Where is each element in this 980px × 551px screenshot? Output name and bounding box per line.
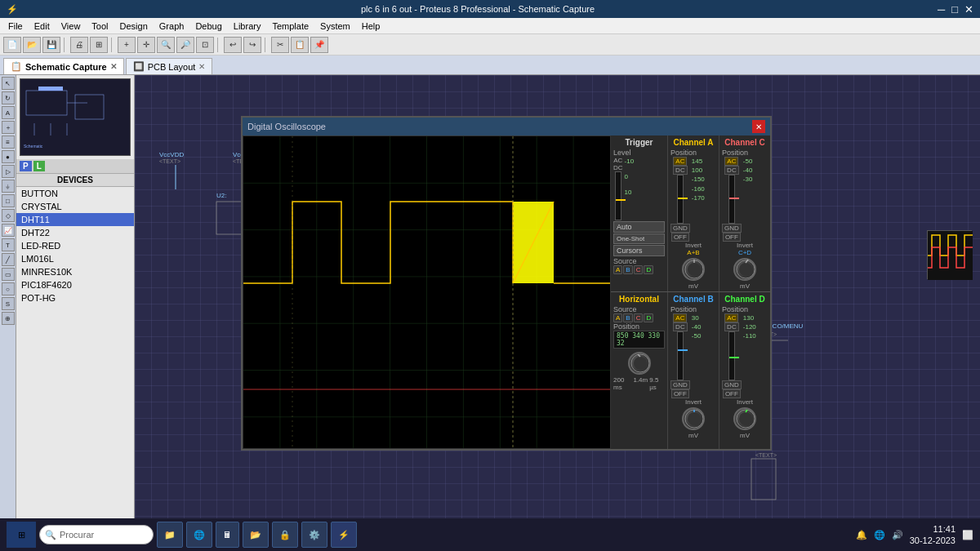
- cursors-btn[interactable]: Cursors: [613, 245, 665, 256]
- cha-off-btn[interactable]: OFF: [671, 233, 689, 242]
- menu-file[interactable]: File: [3, 20, 28, 32]
- horiz-knob[interactable]: [628, 352, 651, 375]
- zoom-in[interactable]: 🔍: [157, 37, 175, 53]
- chb-gnd-btn[interactable]: GND: [670, 380, 690, 389]
- junction-tool[interactable]: ●: [2, 150, 15, 163]
- chd-invert-btn[interactable]: Invert: [722, 398, 768, 406]
- trigger-src-b[interactable]: B: [623, 265, 632, 274]
- menu-help[interactable]: Help: [357, 20, 385, 32]
- pcb-tab-close[interactable]: ✕: [198, 62, 205, 71]
- taskbar-calculator[interactable]: 🖩: [216, 522, 239, 548]
- script-tool[interactable]: S: [2, 297, 15, 310]
- tab-pcb[interactable]: 🔲 PCB Layout ✕: [126, 58, 213, 74]
- chd-knob[interactable]: [733, 407, 756, 430]
- port-tool[interactable]: ▷: [2, 165, 15, 178]
- chb-off-btn[interactable]: OFF: [671, 389, 689, 398]
- cha-knob[interactable]: [682, 258, 705, 281]
- select-tool[interactable]: ↖: [2, 77, 15, 90]
- line-tool[interactable]: ╱: [2, 253, 15, 266]
- canvas-area[interactable]: LCD1LM016L teste dh11 fcv8 T:25.0 H:79.0…: [135, 75, 980, 528]
- add-button[interactable]: +: [118, 37, 136, 53]
- trigger-src-d[interactable]: D: [644, 265, 653, 274]
- device-pot-hg[interactable]: POT-HG: [16, 291, 134, 304]
- auto-mode-btn[interactable]: Auto: [613, 221, 665, 233]
- graph-tool[interactable]: 📈: [2, 224, 15, 237]
- paste-button[interactable]: 📌: [310, 37, 328, 53]
- device-dht22[interactable]: DHT22: [16, 226, 134, 239]
- chb-ac-btn[interactable]: AC: [673, 313, 687, 322]
- taskbar-proteus[interactable]: ⚡: [331, 522, 357, 548]
- osc-close-button[interactable]: ✕: [752, 120, 765, 133]
- cha-ac-btn[interactable]: AC: [673, 157, 687, 166]
- trigger-src-c[interactable]: C: [634, 265, 644, 274]
- start-button[interactable]: ⊞: [7, 522, 36, 548]
- undo-button[interactable]: ↩: [224, 37, 242, 53]
- search-bar[interactable]: 🔍 Procurar: [39, 525, 154, 544]
- menu-system[interactable]: System: [315, 20, 355, 32]
- taskbar-security[interactable]: 🔒: [272, 522, 298, 548]
- cha-gnd-btn[interactable]: GND: [670, 224, 690, 233]
- chb-knob[interactable]: [682, 407, 705, 430]
- bus-tool[interactable]: ≡: [2, 136, 15, 149]
- close-button[interactable]: ✕: [964, 3, 973, 16]
- device-dht11[interactable]: DHT11: [16, 213, 134, 226]
- wire-tool[interactable]: ＋: [2, 121, 15, 134]
- maximize-button[interactable]: □: [951, 3, 958, 16]
- menu-view[interactable]: View: [56, 20, 86, 32]
- menu-graph[interactable]: Graph: [154, 20, 189, 32]
- menu-debug[interactable]: Debug: [190, 20, 226, 32]
- device-pic18f4620[interactable]: PIC18F4620: [16, 278, 134, 291]
- redo-button[interactable]: ↪: [243, 37, 261, 53]
- chc-invert-btn[interactable]: Invert: [722, 242, 768, 249]
- chc-gnd-btn[interactable]: GND: [722, 224, 742, 233]
- chd-off-btn[interactable]: OFF: [723, 389, 741, 398]
- taskbar-browser[interactable]: 🌐: [186, 522, 212, 548]
- horiz-src-c[interactable]: C: [634, 313, 644, 322]
- device-crystal[interactable]: CRYSTAL: [16, 200, 134, 213]
- chc-knob[interactable]: [733, 258, 756, 281]
- zoom-out[interactable]: 🔎: [176, 37, 194, 53]
- taskbar-folder[interactable]: 📂: [243, 522, 269, 548]
- device-button[interactable]: BUTTON: [16, 187, 134, 200]
- probe-tool[interactable]: ◇: [2, 209, 15, 222]
- label-tool[interactable]: A: [2, 106, 15, 119]
- chc-off-btn[interactable]: OFF: [723, 233, 741, 242]
- zoom-fit[interactable]: ⊡: [196, 37, 214, 53]
- component-tool[interactable]: □: [2, 194, 15, 207]
- text-tool[interactable]: T: [2, 238, 15, 251]
- trigger-src-a[interactable]: A: [613, 265, 622, 274]
- taskbar-file-explorer[interactable]: 📁: [157, 522, 183, 548]
- cross-button[interactable]: ✛: [137, 37, 155, 53]
- copy-button[interactable]: 📋: [291, 37, 309, 53]
- plus-tool[interactable]: ⊕: [2, 312, 15, 325]
- menu-library[interactable]: Library: [229, 20, 266, 32]
- schematic-tab-close[interactable]: ✕: [110, 62, 117, 71]
- print-button[interactable]: 🖨: [70, 37, 88, 53]
- chc-dc-btn[interactable]: DC: [724, 166, 739, 175]
- device-lm016l[interactable]: LM016L: [16, 252, 134, 265]
- menu-template[interactable]: Template: [267, 20, 314, 32]
- cha-dc-btn[interactable]: DC: [673, 166, 688, 175]
- device-led-red[interactable]: LED-RED: [16, 239, 134, 252]
- chc-ac-btn[interactable]: AC: [724, 157, 738, 166]
- rotate-tool[interactable]: ↻: [2, 91, 15, 104]
- taskbar-settings[interactable]: ⚙️: [301, 522, 327, 548]
- cha-invert-btn[interactable]: Invert: [670, 242, 716, 249]
- chd-ac-btn[interactable]: AC: [724, 313, 738, 322]
- open-button[interactable]: 📂: [23, 37, 41, 53]
- grid-button[interactable]: ⊞: [90, 37, 108, 53]
- minimize-button[interactable]: ─: [938, 3, 945, 16]
- power-tool[interactable]: ⏚: [2, 180, 15, 193]
- save-button[interactable]: 💾: [42, 37, 60, 53]
- new-button[interactable]: 📄: [3, 37, 21, 53]
- tab-schematic[interactable]: 📋 Schematic Capture ✕: [3, 58, 124, 74]
- menu-tool[interactable]: Tool: [87, 20, 113, 32]
- oneshot-mode-btn[interactable]: One-Shot: [613, 233, 665, 244]
- circle-tool[interactable]: ○: [2, 282, 15, 295]
- horiz-src-a[interactable]: A: [613, 313, 622, 322]
- menu-edit[interactable]: Edit: [29, 20, 55, 32]
- chb-invert-btn[interactable]: Invert: [670, 398, 716, 406]
- osc-titlebar[interactable]: Digital Oscilloscope ✕: [243, 118, 770, 136]
- horiz-src-b[interactable]: B: [623, 313, 632, 322]
- chd-dc-btn[interactable]: DC: [724, 322, 739, 331]
